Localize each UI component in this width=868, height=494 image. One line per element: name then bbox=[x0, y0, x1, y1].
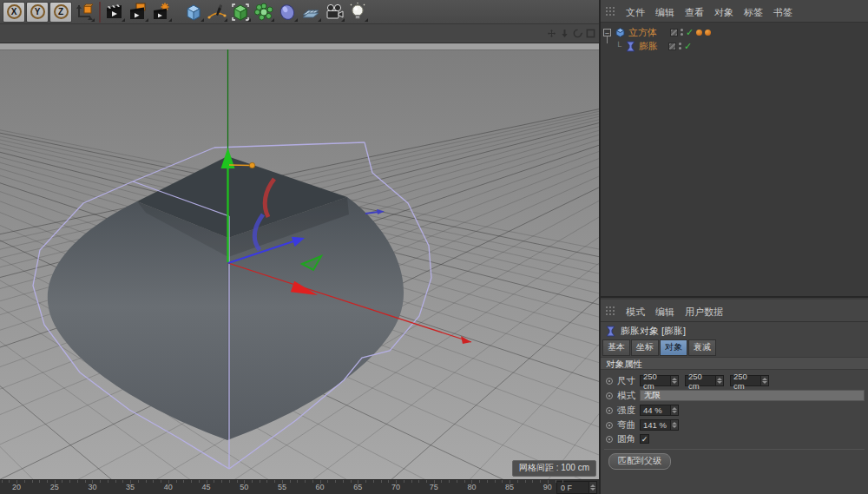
cinema4d-window: XYZ bbox=[0, 0, 868, 494]
mode-dropdown[interactable]: 无限 bbox=[640, 390, 865, 401]
object-name[interactable]: 膨胀 bbox=[639, 40, 663, 53]
object-manager-menu-item[interactable]: 编辑 bbox=[655, 7, 674, 17]
object-manager-menu-item[interactable]: 查看 bbox=[685, 7, 704, 17]
curvature-field[interactable]: 141 % bbox=[640, 419, 679, 431]
primitive-cube-button[interactable] bbox=[182, 2, 205, 23]
timeline-tick bbox=[495, 480, 496, 483]
record-dot[interactable] bbox=[606, 407, 613, 414]
object-row-parent[interactable]: –立方体✓ bbox=[601, 25, 868, 39]
frame-stepper[interactable] bbox=[589, 482, 596, 493]
enabled-check-icon[interactable]: ✓ bbox=[684, 42, 692, 51]
size-field-y[interactable]: 250 cm bbox=[685, 375, 724, 386]
axis-lock-buttons: XYZ bbox=[3, 2, 73, 23]
generator-button[interactable] bbox=[229, 2, 252, 23]
panel-grip-icon[interactable] bbox=[605, 306, 615, 316]
timeline-tick bbox=[146, 480, 147, 483]
panel-grip-icon[interactable] bbox=[605, 6, 615, 16]
size-row: 尺寸 250 cm250 cm250 cm bbox=[601, 374, 868, 387]
bulge-deformer-icon bbox=[625, 41, 636, 52]
tab-inactive[interactable]: 基本 bbox=[602, 339, 630, 356]
divider bbox=[604, 449, 865, 450]
layer-toggle[interactable] bbox=[670, 29, 678, 36]
current-frame-field[interactable]: 0 F bbox=[556, 481, 597, 494]
timeline-tick bbox=[168, 480, 169, 484]
timeline-tick bbox=[343, 480, 344, 483]
attribute-manager-menu-item[interactable]: 编辑 bbox=[655, 306, 674, 317]
size-label: 尺寸 bbox=[617, 375, 640, 387]
pen-spline-button[interactable] bbox=[206, 2, 228, 23]
layer-toggle[interactable] bbox=[668, 43, 676, 50]
timeline-tick bbox=[510, 480, 510, 484]
timeline-label: 60 bbox=[316, 483, 325, 491]
object-name[interactable]: 立方体 bbox=[628, 26, 665, 39]
object-manager-menu-item[interactable]: 书签 bbox=[773, 7, 792, 17]
timeline-tick bbox=[312, 480, 313, 483]
render-picture-viewer-button[interactable] bbox=[127, 2, 149, 23]
timeline-tick bbox=[351, 480, 352, 483]
timeline-tick bbox=[115, 480, 116, 483]
strength-field[interactable]: 44 % bbox=[640, 405, 679, 416]
record-dot[interactable] bbox=[606, 422, 613, 429]
submenu-corner bbox=[122, 18, 125, 22]
curvature-stepper[interactable] bbox=[670, 420, 678, 430]
rotate-icon[interactable] bbox=[573, 29, 582, 38]
size-fields: 250 cm250 cm250 cm bbox=[640, 375, 775, 386]
fillet-label: 圆角 bbox=[617, 433, 640, 445]
attribute-manager-menu-item[interactable]: 用户数据 bbox=[685, 306, 723, 317]
timeline-tick bbox=[214, 480, 214, 483]
coordinate-system-button[interactable] bbox=[73, 2, 95, 23]
axis-lock-y-button[interactable]: Y bbox=[26, 2, 49, 23]
curvature-row: 弯曲 141 % bbox=[601, 418, 868, 431]
record-dot[interactable] bbox=[606, 378, 613, 385]
bulge-deformer-icon bbox=[605, 326, 616, 337]
size-field-x[interactable]: 250 cm bbox=[640, 375, 679, 386]
dolly-icon[interactable] bbox=[560, 29, 569, 38]
object-tag-icon[interactable] bbox=[705, 30, 711, 36]
volume-button[interactable] bbox=[276, 2, 299, 23]
size-field-z[interactable]: 250 cm bbox=[730, 375, 769, 386]
visibility-dots[interactable] bbox=[681, 28, 683, 36]
object-icon-wrap bbox=[615, 27, 626, 38]
object-tag-icon[interactable] bbox=[696, 30, 702, 36]
deformer-button[interactable] bbox=[253, 2, 275, 23]
fillet-checkbox[interactable]: ✓ bbox=[640, 434, 649, 444]
object-row-child[interactable]: └膨胀✓ bbox=[601, 39, 868, 53]
maximize-icon[interactable] bbox=[586, 29, 595, 38]
timeline-tick bbox=[388, 480, 389, 483]
visibility-dots[interactable] bbox=[679, 42, 681, 50]
timeline-tick bbox=[404, 480, 404, 483]
render-view-button[interactable] bbox=[103, 2, 126, 23]
object-manager-menu-item[interactable]: 对象 bbox=[714, 7, 733, 17]
viewport-3d[interactable]: 网格间距 : 100 cm bbox=[0, 43, 599, 479]
environment-floor-button[interactable] bbox=[299, 2, 322, 23]
timeline-tick bbox=[221, 480, 222, 483]
timeline-tick bbox=[24, 480, 25, 483]
expander-toggle[interactable]: – bbox=[603, 29, 611, 36]
strength-stepper[interactable] bbox=[670, 405, 678, 415]
pan-icon[interactable] bbox=[547, 29, 556, 38]
timeline-tick bbox=[457, 480, 457, 483]
object-manager-menu-item[interactable]: 文件 bbox=[626, 7, 645, 17]
object-manager-menu-item[interactable]: 标签 bbox=[744, 7, 763, 17]
axis-lock-x-button[interactable]: X bbox=[3, 2, 25, 23]
tab-inactive[interactable]: 坐标 bbox=[631, 339, 659, 356]
camera-button[interactable] bbox=[323, 2, 345, 23]
render-settings-button[interactable] bbox=[150, 2, 173, 23]
size-stepper[interactable] bbox=[760, 376, 768, 385]
size-stepper[interactable] bbox=[670, 376, 678, 385]
attribute-manager-menu-item[interactable]: 模式 bbox=[626, 306, 645, 317]
light-button[interactable] bbox=[346, 2, 369, 23]
record-dot[interactable] bbox=[606, 392, 613, 399]
axis-lock-z-button[interactable]: Z bbox=[49, 2, 72, 23]
timeline-tick bbox=[138, 480, 139, 483]
fit-to-parent-button[interactable]: 匹配到父级 bbox=[608, 453, 671, 470]
size-stepper[interactable] bbox=[715, 376, 723, 385]
bulge-strength-handle[interactable] bbox=[249, 162, 254, 168]
enabled-check-icon[interactable]: ✓ bbox=[686, 28, 694, 37]
tab-inactive[interactable]: 衰减 bbox=[688, 339, 716, 356]
record-dot[interactable] bbox=[606, 436, 613, 443]
tab-active[interactable]: 对象 bbox=[660, 339, 687, 356]
timeline-ruler[interactable]: 0 F 202530354045505560657075808590 bbox=[0, 479, 599, 494]
timeline-label: 50 bbox=[240, 483, 248, 491]
submenu-corner bbox=[318, 18, 321, 22]
